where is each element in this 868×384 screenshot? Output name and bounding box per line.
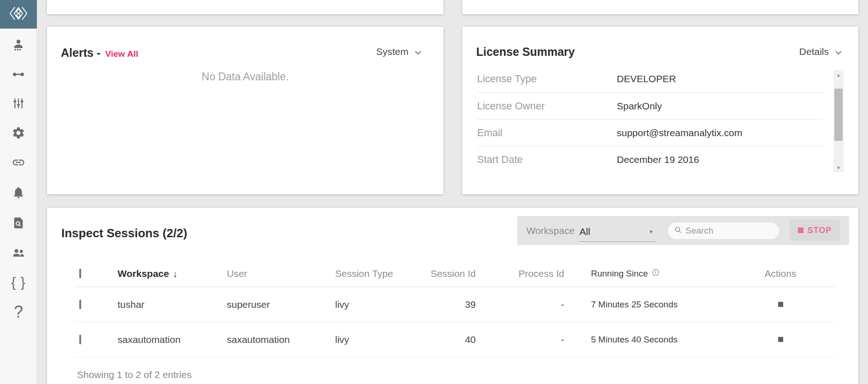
- search-input[interactable]: [685, 226, 764, 236]
- sidebar-item-users[interactable]: [0, 242, 37, 264]
- streamanalytix-logo-icon: [8, 6, 29, 23]
- row-checkbox[interactable]: [79, 300, 81, 309]
- stop-button-label: STOP: [808, 226, 832, 235]
- scroll-down-icon[interactable]: ▼: [833, 163, 844, 172]
- sessions-title: Inspect Sessions (2/2): [61, 226, 187, 240]
- stop-session-icon[interactable]: [778, 302, 783, 307]
- column-header-session-type[interactable]: Session Type: [335, 268, 420, 279]
- license-details-label: Details: [799, 46, 829, 57]
- link-icon: [12, 156, 25, 169]
- cell-running-since: 5 Minutes 40 Seconds: [564, 335, 726, 345]
- sessions-table: Workspace ↓ User Session Type Session Id…: [75, 261, 835, 380]
- sidebar-item-user-history[interactable]: [0, 34, 37, 56]
- select-all-checkbox[interactable]: [79, 269, 81, 278]
- scrollbar-thumb[interactable]: [834, 89, 843, 141]
- alerts-card: Alerts - View All System No Data Availab…: [47, 27, 443, 194]
- column-header-user[interactable]: User: [227, 268, 335, 279]
- cell-session-id: 39: [420, 299, 476, 310]
- alerts-scope-dropdown[interactable]: System: [376, 46, 421, 57]
- workspace-filter-value: All: [579, 226, 590, 237]
- column-header-running-since[interactable]: Running Since: [564, 269, 726, 279]
- stop-session-icon[interactable]: [778, 337, 783, 342]
- sidebar-item-audit[interactable]: [0, 212, 37, 234]
- info-icon[interactable]: [652, 269, 660, 279]
- app-logo[interactable]: [0, 0, 37, 29]
- row-checkbox[interactable]: [79, 335, 81, 344]
- sidebar-item-settings[interactable]: [0, 122, 37, 144]
- license-scrollbar[interactable]: ▲ ▼: [833, 70, 844, 172]
- select-caret-icon: ▼: [649, 229, 654, 234]
- cell-running-since: 7 Minutes 25 Seconds: [564, 300, 726, 310]
- license-row-value: support@streamanalytix.com: [617, 127, 742, 138]
- cell-process-id: -: [476, 299, 564, 310]
- table-row: tushar superuser livy 39 - 7 Minutes 25 …: [75, 287, 835, 322]
- audit-search-icon: [12, 216, 25, 229]
- workspace-filter-select[interactable]: All ▼: [579, 222, 655, 242]
- license-row-value: December 19 2016: [617, 154, 699, 165]
- cell-user: superuser: [227, 299, 335, 310]
- license-rows: License Type DEVELOPER License Owner Spa…: [477, 66, 822, 173]
- license-row-label: License Type: [477, 73, 617, 85]
- sort-desc-icon: ↓: [173, 269, 177, 279]
- bell-icon: [12, 186, 25, 199]
- license-title: License Summary: [476, 45, 575, 59]
- license-row: License Owner SparkOnly: [477, 92, 822, 119]
- license-row-value: SparkOnly: [617, 101, 662, 112]
- search-box: [668, 222, 779, 239]
- cell-session-type: livy: [335, 334, 420, 345]
- sidebar-item-help[interactable]: ?: [0, 301, 37, 323]
- search-icon: [674, 226, 682, 235]
- license-row-label: Email: [477, 127, 617, 139]
- sidebar: { } ?: [0, 0, 37, 384]
- column-header-process-id[interactable]: Process Id: [476, 268, 564, 279]
- top-right-card-partial: [462, 0, 858, 14]
- column-header-actions: Actions: [726, 268, 835, 279]
- license-row: Email support@streamanalytix.com: [477, 119, 822, 146]
- license-details-dropdown[interactable]: Details: [799, 46, 842, 57]
- help-icon: ?: [14, 302, 23, 322]
- inspect-sessions-card: Inspect Sessions (2/2) Workspace All ▼ S…: [47, 208, 858, 384]
- column-header-session-id[interactable]: Session Id: [420, 268, 476, 279]
- connection-icon: [12, 67, 25, 81]
- workspace-filter-label: Workspace: [526, 216, 575, 245]
- sidebar-item-code[interactable]: { }: [0, 271, 37, 294]
- cell-workspace: saxautomation: [118, 334, 227, 345]
- sidebar-item-links[interactable]: [0, 151, 37, 174]
- table-row: saxautomation saxautomation livy 40 - 5 …: [75, 322, 835, 357]
- stop-button[interactable]: STOP: [790, 220, 840, 241]
- sidebar-item-notifications[interactable]: [0, 181, 37, 204]
- alerts-view-all-link[interactable]: View All: [105, 49, 138, 59]
- sliders-icon: [12, 97, 25, 110]
- license-row-label: Start Date: [477, 154, 617, 166]
- cell-workspace: tushar: [118, 299, 227, 310]
- alerts-empty-message: No Data Available.: [47, 71, 443, 83]
- chevron-down-icon: [835, 46, 842, 57]
- stop-square-icon: [798, 228, 803, 233]
- scroll-up-icon[interactable]: ▲: [833, 70, 844, 79]
- license-row-label: License Owner: [477, 100, 617, 112]
- user-history-icon: [12, 38, 25, 52]
- license-row: Start Date December 19 2016: [477, 146, 822, 173]
- sessions-filter-bar: Workspace All ▼ STOP: [517, 216, 849, 245]
- sidebar-item-connections[interactable]: [0, 63, 37, 85]
- column-header-workspace[interactable]: Workspace ↓: [118, 268, 227, 279]
- gear-icon: [12, 126, 25, 140]
- table-header-row: Workspace ↓ User Session Type Session Id…: [75, 261, 835, 287]
- dashboard-page: { } ? Alerts - View All System No Data A…: [0, 0, 868, 384]
- cell-session-type: livy: [335, 299, 420, 310]
- cell-process-id: -: [476, 334, 564, 345]
- top-left-card-partial: [47, 0, 443, 14]
- users-group-icon: [11, 246, 26, 260]
- sidebar-item-configuration[interactable]: [0, 92, 37, 114]
- braces-icon: { }: [11, 275, 25, 290]
- alerts-title: Alerts -: [61, 46, 100, 60]
- license-row: License Type DEVELOPER: [477, 66, 822, 92]
- license-summary-card: License Summary Details License Type DEV…: [462, 27, 858, 194]
- chevron-down-icon: [415, 46, 421, 57]
- alerts-scope-value: System: [376, 46, 408, 57]
- table-entries-summary: Showing 1 to 2 of 2 entries: [75, 357, 835, 380]
- license-row-value: DEVELOPER: [617, 73, 676, 84]
- cell-session-id: 40: [420, 334, 476, 345]
- cell-user: saxautomation: [227, 334, 335, 345]
